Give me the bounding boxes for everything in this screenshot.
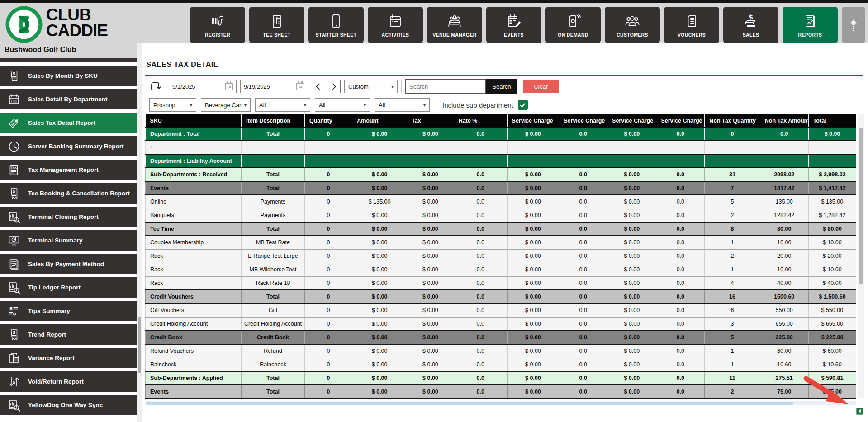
column-header-service-charge-t: Service Charge T [656, 114, 705, 127]
table-horizontal-scrollbar-thumb[interactable] [146, 402, 793, 405]
table-cell: MB Wildhorse Test [242, 263, 305, 276]
table-cell: Events [146, 181, 242, 195]
excel-export-icon[interactable]: X [856, 408, 863, 415]
clear-button[interactable]: Clear [523, 80, 559, 93]
table-cell: $ 0.00 [407, 249, 454, 263]
nav-on-demand[interactable]: ON DEMAND [545, 7, 601, 43]
calendar-pencil-icon [505, 12, 523, 30]
include-sub-department-label: Include sub department [442, 101, 513, 109]
table-cell: 0 [304, 168, 352, 181]
table-cell: 0.0 [559, 263, 607, 276]
sidebar-item-terminal-closing-report[interactable]: Terminal Closing Report [0, 207, 137, 227]
table-cell: $ 0.00 [352, 263, 407, 276]
nav-label: REGISTER [205, 32, 230, 38]
nav-vouchers[interactable]: VOUCHERS [664, 7, 719, 43]
sidebar-item-tips-summary[interactable]: $Tips Summary [0, 301, 137, 321]
calendar-icon[interactable]: 14 [296, 83, 304, 90]
reports-sidebar: $Sales By Month By SKUSales Detail By De… [0, 58, 137, 422]
include-sub-department-checkbox[interactable] [518, 100, 528, 110]
nav-label: VOUCHERS [678, 32, 706, 38]
sidebar-item-yellowdog-one-way-sync[interactable]: YellowDog One Way Sync [0, 395, 137, 415]
table-cell: Rack [146, 249, 242, 263]
nav-sales[interactable]: $SALES [723, 7, 778, 43]
table-cell: 1500.60 [760, 290, 808, 303]
search-input[interactable] [405, 79, 486, 94]
banquet-people-icon [446, 12, 464, 30]
nav-customers[interactable]: CUSTOMERS [605, 7, 660, 43]
search-button[interactable]: Search [486, 79, 517, 94]
table-cell: 0.0 [656, 358, 705, 371]
sidebar-scrollbar-thumb[interactable] [138, 317, 141, 373]
nav-tee-sheet[interactable]: TEE SHEET [249, 7, 304, 43]
calendar-icon[interactable]: 14 [225, 83, 233, 90]
svg-text:$: $ [13, 379, 15, 384]
table-cell: Credit Holding Account [242, 317, 305, 331]
scroll-top-button[interactable] [842, 7, 865, 43]
sidebar-item-tip-ledger-report[interactable]: Tip Ledger Report [0, 277, 137, 298]
nav-activities[interactable]: ACTIVITIES [368, 7, 423, 43]
sidebar-item-sales-by-payment-method[interactable]: Sales By Payment Method [0, 254, 137, 274]
table-cell: $ 1,417.42 [808, 181, 856, 195]
nav-reports[interactable]: REPORTS [783, 7, 838, 43]
table-cell: $ 0.00 [352, 371, 407, 385]
sidebar-item-sales-detail-by-department[interactable]: Sales Detail By Department [0, 89, 137, 109]
table-cell: 0 [304, 249, 352, 263]
table-cell: 0.0 [454, 331, 507, 344]
refresh-button[interactable] [149, 81, 161, 92]
table-cell: 0.0 [559, 222, 607, 236]
sidebar-scrollbar[interactable] [137, 43, 142, 422]
chevron-down-icon: ▾ [364, 103, 366, 108]
sidebar-item-void-return-report[interactable]: $Void/Return Report [0, 371, 137, 392]
sidebar-item-tee-booking-cancellation-report[interactable]: $Tee Booking & Cancellation Report [0, 183, 137, 204]
table-cell: 4 [705, 276, 760, 290]
nav-label: SALES [743, 32, 759, 38]
nav-register[interactable]: REGISTER [190, 7, 245, 43]
sidebar-item-sales-by-month-by-sku[interactable]: $Sales By Month By SKU [0, 66, 137, 86]
nav-starter-sheet[interactable]: STARTER SHEET [308, 7, 364, 43]
filter-select-3[interactable]: All ▾ [375, 98, 430, 112]
table-cell: 550.00 [760, 303, 808, 317]
table-cell: 135.00 [760, 195, 808, 209]
table-vertical-scrollbar[interactable] [858, 114, 864, 398]
sidebar-item-sales-tax-detail-report[interactable]: SALESales Tax Detail Report [0, 113, 137, 133]
end-date-input[interactable]: 9/19/2025 14 [240, 80, 308, 93]
sidebar-item-label: Trend Report [28, 331, 66, 338]
sidebar-item-server-banking-summary-report[interactable]: Server Banking Summary Report [0, 136, 137, 156]
nav-events[interactable]: EVENTS [486, 7, 541, 43]
table-cell: $ 0.00 [507, 236, 559, 249]
table-cell: $ 0.00 [407, 222, 454, 236]
sidebar-item-variance-report[interactable]: Variance Report [0, 348, 137, 368]
previous-range-button[interactable] [312, 80, 324, 93]
filter-select-1[interactable]: All ▾ [255, 98, 310, 112]
table-cell: $ 0.00 [507, 385, 559, 398]
date-range-preset-select[interactable]: Custom ▾ [344, 80, 398, 93]
sidebar-item-terminal-summary[interactable]: Terminal Summary [0, 230, 137, 251]
table-cell: $ 80.00 [808, 222, 856, 236]
table-cell: 0 [304, 344, 352, 358]
sub-department-select[interactable]: Beverage Cart ▾ [201, 98, 251, 112]
top-black-strip [0, 0, 868, 3]
table-cell [705, 141, 760, 154]
table-cell: 1417.42 [760, 181, 808, 195]
table-row-sub-departments-received: Sub-Departments : ReceivedTotal0$ 0.00$ … [146, 168, 856, 181]
table-vertical-scrollbar-thumb[interactable] [859, 128, 863, 284]
svg-text:$: $ [13, 330, 15, 335]
table-row-refund-vouchers: Refund VouchersRefund0$ 0.00$ 0.000.0$ 0… [146, 344, 856, 358]
monitor-sync-icon [7, 234, 21, 247]
table-cell: Total [242, 290, 305, 303]
filter-select-2[interactable]: All ▾ [315, 98, 370, 112]
sidebar-item-tax-management-report[interactable]: TAXTax Management Report [0, 160, 137, 180]
table-cell: Raincheck [146, 358, 242, 371]
voucher-doc-icon [683, 12, 701, 30]
department-select[interactable]: Proshop ▾ [149, 98, 196, 112]
app-window: CLUB CADDIE REGISTERTEE SHEETSTARTER SHE… [0, 0, 868, 422]
table-cell: 0.0 [656, 344, 705, 358]
table-horizontal-scrollbar[interactable] [145, 401, 856, 405]
nav-venue-manager[interactable]: VENUE MANAGER [427, 7, 482, 43]
divider [401, 80, 402, 93]
start-date-input[interactable]: 9/1/2025 14 [169, 80, 237, 93]
nav-label: CUSTOMERS [617, 32, 648, 38]
next-range-button[interactable] [328, 80, 341, 93]
sidebar-item-partial[interactable] [0, 58, 137, 62]
sidebar-item-trend-report[interactable]: $Trend Report [0, 324, 137, 345]
